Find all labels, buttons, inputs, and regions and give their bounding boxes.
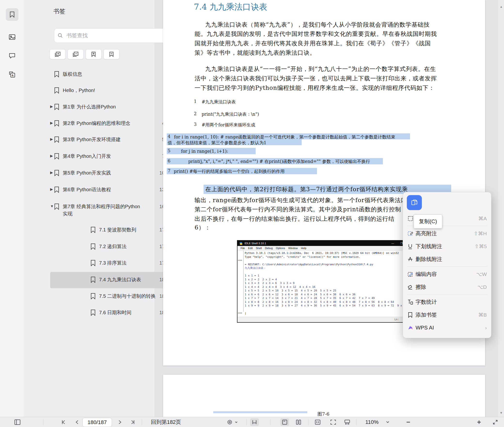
zoom-out-button[interactable]	[403, 417, 413, 427]
menu-item-shortcut: ⇧⌘H	[474, 231, 487, 236]
section-title: 7.4 九九乘法口诀表	[194, 1, 267, 13]
menu-item-erase[interactable]: 擦除⌥D	[403, 281, 491, 293]
bookmark-item[interactable]: 7.1 斐波那契数列170	[50, 222, 173, 238]
export-panel-button[interactable]: W	[6, 68, 18, 81]
idle-output-line: |	[245, 312, 246, 315]
idle-menu-file: File	[241, 247, 245, 250]
sidebar-toggle-icon	[14, 419, 21, 425]
bookmark-item[interactable]: ▼第7章 经典算法和程序问题的Python实现169	[50, 199, 173, 222]
copy-button[interactable]	[407, 195, 422, 210]
selection-context-menu: 全选(A)⌘A高亮附注⇧⌘H下划线附注⇧⌘5删除线附注编辑内容⌥W擦除⌥D字数统…	[403, 192, 491, 338]
menu-item-highlight-annotate[interactable]: 高亮附注⇧⌘H	[403, 227, 491, 240]
zoom-presets-button[interactable]	[384, 417, 391, 427]
comments-panel-button[interactable]	[6, 49, 18, 62]
idle-prompt: >>>	[238, 312, 242, 314]
collapse-all-button[interactable]	[68, 49, 84, 59]
code-line-number: 5	[168, 148, 170, 153]
idle-output-line: 1 x 4 = 4 2 x 4 = 8 3 x 4 = 12 4 x 4 = 1…	[245, 285, 315, 289]
sidebar-toggle-button[interactable]	[13, 417, 22, 427]
two-page-button[interactable]	[294, 417, 303, 427]
search-input[interactable]	[66, 32, 166, 39]
thumbnails-panel-button[interactable]	[6, 31, 18, 44]
page-indicator-input[interactable]: 180/187	[82, 418, 112, 427]
menu-item-add-bookmark[interactable]: 添加书签⌘B	[403, 308, 491, 321]
menu-item-wps-ai[interactable]: WPS AI›	[403, 321, 491, 334]
code-line: 值，但不包括结束值，第三个参数是步长，默认为1	[168, 140, 266, 146]
first-page-button[interactable]	[59, 417, 68, 427]
back-to-page-button[interactable]: 回到第182页	[149, 417, 183, 427]
idle-output-line: 1 x 6 = 6 2 x 6 = 12 3 x 6 = 18 4 x 6 = …	[245, 293, 355, 297]
code-line-number: 6	[168, 158, 170, 163]
menu-item-shortcut: ⇧⌘5	[475, 244, 487, 249]
scroll-down-icon[interactable]: ▼	[500, 411, 503, 415]
expand-all-button[interactable]	[50, 49, 66, 59]
menu-item-strikethrough-annotate[interactable]: 删除线附注	[403, 253, 491, 266]
bookmark-item-selected[interactable]: 7.4 九九乘法口诀表180	[50, 272, 173, 288]
chevron-right-icon[interactable]: ▶	[50, 187, 54, 191]
bookmark-icon	[54, 120, 60, 128]
bookmark-item[interactable]: ▶第1章 为什么选择Python7	[50, 99, 173, 115]
zoom-in-button[interactable]	[474, 417, 484, 427]
idle-title-bar: IDLE Shell 3.10.1 — ❐	[237, 241, 405, 246]
idle-menu-window: Window	[288, 247, 298, 250]
menu-item-label: 编辑内容	[416, 271, 476, 278]
vertical-scrollbar[interactable]	[498, 0, 504, 417]
fit-width-button[interactable]	[343, 417, 352, 427]
menu-item-shortcut: ⌘A	[478, 216, 487, 221]
view-options-button[interactable]	[225, 417, 239, 427]
bookmark-item[interactable]: 版权信息4	[50, 66, 173, 83]
idle-output-line: 1 x 1 = 1	[245, 274, 259, 278]
chevron-down-icon[interactable]: ▼	[50, 204, 54, 208]
menu-item-label: 擦除	[416, 283, 477, 291]
zoom-level-label[interactable]: 110%	[362, 417, 382, 427]
fullscreen-button[interactable]	[490, 417, 501, 427]
text-line: 策》等古书中，就能读到九九表的乘法口诀。	[195, 49, 316, 57]
single-page-button[interactable]	[280, 418, 289, 426]
code-line-number: 3	[194, 122, 197, 127]
idle-window-title: IDLE Shell 3.10.1	[244, 242, 385, 245]
bookmark-label: Hello，Python!	[63, 87, 141, 94]
bookmarks-panel-button[interactable]	[6, 8, 18, 21]
bookmark-item[interactable]: Hello，Python!5	[50, 83, 173, 99]
actual-size-icon	[315, 419, 321, 425]
chevron-right-icon[interactable]: ▶	[50, 121, 54, 125]
bookmark-item[interactable]: 7.3 排序算法176	[50, 255, 173, 272]
chevron-right-icon[interactable]: ▶	[50, 104, 54, 109]
remove-bookmark-button[interactable]	[103, 49, 119, 59]
bookmark-item[interactable]: ▶第6章 Python语法教程135	[50, 182, 173, 198]
idle-menu-debug: Debug	[265, 247, 273, 250]
single-page-icon	[282, 419, 287, 425]
scroll-up-icon[interactable]: ▲	[500, 5, 503, 8]
menu-item-edit-content[interactable]: 编辑内容⌥W	[403, 268, 491, 281]
chevron-down-icon	[386, 421, 389, 423]
bookmark-item[interactable]: ▶第3章 Python开发环境搭建53	[50, 132, 173, 148]
bookmark-item[interactable]: 7.5 二进制与十进制的转换182	[50, 288, 173, 305]
chevron-right-icon[interactable]: ▶	[50, 154, 54, 158]
chevron-right-icon[interactable]: ▶	[50, 170, 54, 175]
bookmark-item[interactable]: 7.6 日期和时间184	[50, 305, 173, 321]
bookmark-item[interactable]: 7.2 递归算法172	[50, 239, 173, 255]
next-page-button[interactable]	[115, 417, 125, 427]
text-line: 第二个for循环代表每一行内不同的乘法算式。其中涉及print函数的换行控制，	[195, 205, 407, 214]
text-line: 输出，range函数为for循环语句生成可迭代的对象。第一个for循环代表乘法口	[195, 196, 407, 204]
scroll-mode-button[interactable]	[250, 418, 259, 426]
chevron-right-icon[interactable]: ▶	[50, 137, 54, 141]
bookmark-icon	[54, 136, 60, 144]
edit-content-icon	[407, 271, 416, 277]
bookmark-icon	[54, 169, 60, 177]
prev-page-button[interactable]	[72, 417, 82, 427]
bookmark-label: 第5章 Python开发实践	[63, 169, 141, 176]
bookmark-search-box[interactable]	[54, 28, 170, 43]
bookmark-item[interactable]: ▶第4章 Python入门开发75	[50, 148, 173, 165]
actual-size-button[interactable]	[313, 417, 322, 427]
idle-menu-shell: Shell	[256, 247, 262, 250]
text-line: 6）：	[195, 223, 211, 232]
menu-item-word-count[interactable]: 字数统计	[403, 296, 491, 308]
bookmark-item[interactable]: ▶第5章 Python开发实践103	[50, 165, 173, 182]
fit-page-button[interactable]	[329, 417, 338, 427]
idle-output-line: 九九乘法口诀表：	[245, 266, 266, 270]
export-doc-icon: W	[8, 71, 16, 78]
last-page-button[interactable]	[128, 417, 138, 427]
menu-item-underline-annotate[interactable]: 下划线附注⇧⌘5	[403, 240, 491, 253]
add-bookmark-button[interactable]	[86, 49, 102, 59]
